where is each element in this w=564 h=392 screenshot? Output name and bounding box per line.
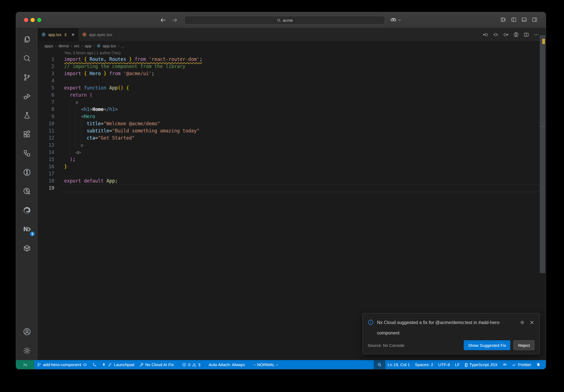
code-text: // importing the component from the libr…	[64, 63, 185, 70]
code-line-11: 11 subtitle="Build something amazing tod…	[38, 127, 538, 134]
line-number: 12	[38, 134, 54, 141]
scrollbar[interactable]	[540, 35, 545, 273]
close-window-button[interactable]	[24, 18, 28, 22]
status-remote-indicator[interactable]	[16, 360, 34, 369]
tab-label: app.spec.tsx	[89, 32, 112, 37]
status-label: Launchpad	[114, 362, 134, 367]
status-prettier[interactable]: Prettier	[509, 360, 534, 369]
breadcrumb-item-apps[interactable]: apps	[44, 43, 53, 48]
breadcrumb-item-...[interactable]: ...	[121, 43, 125, 48]
code-line-5: 5export function App() {	[38, 84, 538, 91]
status-encoding[interactable]: UTF-8	[436, 360, 452, 369]
notification-settings-gear-icon[interactable]	[520, 320, 525, 325]
activity-item-nx-console[interactable]: N1	[16, 220, 38, 239]
breadcrumb-item-app[interactable]: app	[85, 43, 91, 48]
activity-item-source-control[interactable]	[16, 68, 38, 87]
reject-button[interactable]: Reject	[513, 340, 535, 350]
status-label: Auto Attach: Always	[209, 362, 245, 367]
status-indentation[interactable]: Spaces: 2	[412, 360, 436, 369]
toggle-primary-sidebar-icon[interactable]	[511, 17, 517, 23]
status-auto-attach[interactable]: Auto Attach: Always	[206, 360, 248, 369]
activity-item-gitlens[interactable]	[16, 163, 38, 182]
split-editor-icon[interactable]	[524, 32, 529, 37]
activity-item-containers[interactable]	[16, 239, 38, 258]
toggle-panel-icon[interactable]	[521, 17, 527, 23]
status-commit-graph[interactable]	[90, 360, 99, 369]
status-language-mode[interactable]: {}TypeScript JSX	[462, 360, 500, 369]
code-line-1: 1import { Route, Routes } from 'react-ro…	[38, 56, 538, 63]
status-label: add-hero-component	[43, 362, 81, 367]
activity-item-settings[interactable]	[16, 341, 38, 360]
activity-item-edge-browser[interactable]	[16, 201, 38, 220]
code-text: subtitle="Build something amazing today"	[64, 127, 199, 134]
code-line-14: 14 ◁▷	[38, 149, 538, 156]
activity-item-references[interactable]	[16, 144, 38, 163]
activity-item-gitlens-inspect[interactable]	[16, 182, 38, 201]
status-label: -- NORMAL --	[253, 362, 278, 367]
warning-icon	[192, 363, 196, 367]
copilot-menu[interactable]	[390, 17, 402, 23]
customize-layout-icon[interactable]	[500, 17, 506, 23]
status-copilot-status[interactable]	[500, 360, 509, 369]
gitlens-file-annotations-icon[interactable]	[513, 32, 519, 37]
references-icon	[23, 149, 31, 157]
status-label: LF	[455, 362, 460, 367]
breadcrumb-item-app.tsx[interactable]: app.tsx	[103, 43, 116, 48]
search-icon	[23, 54, 31, 62]
tab-close-icon[interactable]: ✕	[71, 32, 75, 37]
zoom-window-button[interactable]	[37, 18, 41, 22]
tab-app.spec.tsx[interactable]: app.spec.tsx	[78, 28, 116, 41]
line-number: 4	[38, 77, 54, 84]
toggle-secondary-sidebar-icon[interactable]	[532, 17, 538, 23]
warning-overview-marker	[542, 39, 545, 44]
notification-toast: Nx Cloud suggested a fix for @acme/demo:…	[362, 313, 540, 354]
command-center[interactable]: acme	[185, 16, 385, 24]
vscode-window: acme N1	[16, 12, 546, 369]
status-notifications[interactable]	[534, 360, 543, 369]
activity-item-extensions[interactable]	[16, 125, 38, 144]
status-label: Spaces: 2	[415, 362, 433, 367]
status-vim-mode[interactable]: -- NORMAL --	[251, 360, 281, 369]
status-eol[interactable]: LF	[452, 360, 462, 369]
status-git-branch[interactable]: add-hero-component	[34, 360, 90, 369]
status-label: 0	[188, 362, 190, 367]
activity-item-accounts[interactable]	[16, 322, 38, 341]
copilot-icon	[503, 363, 507, 367]
breadcrumb-item-demo[interactable]: demo	[58, 43, 69, 48]
double-check-icon	[512, 363, 516, 367]
chevron-down-icon	[398, 18, 402, 22]
tab-app.tsx[interactable]: app.tsx3✕	[38, 28, 78, 41]
code-line-13: 13 ▷	[38, 141, 538, 149]
breadcrumb-item-src[interactable]: src	[74, 43, 79, 48]
code-line-8: 8 <h1>Home</h1>	[38, 106, 538, 113]
activity-item-explorer[interactable]	[16, 30, 38, 49]
status-launchpad[interactable]: Launchpad	[99, 360, 137, 369]
back-arrow-icon[interactable]	[160, 17, 166, 23]
activity-item-testing[interactable]	[16, 106, 38, 125]
status-nx-cloud-ai-fix[interactable]: Nx Cloud AI Fix	[137, 360, 176, 369]
more-actions-icon[interactable]	[534, 32, 539, 37]
svg-text:N: N	[23, 225, 28, 232]
open-changes-icon[interactable]	[493, 32, 498, 37]
activity-item-search[interactable]	[16, 49, 38, 68]
branch-icon	[37, 363, 41, 367]
status-cursor-position[interactable]: Ln 19, Col 1	[385, 360, 413, 369]
minimize-window-button[interactable]	[31, 18, 35, 22]
open-previous-change-icon[interactable]	[483, 32, 488, 37]
testing-icon	[23, 111, 31, 119]
line-number: 15	[38, 156, 54, 163]
code-line-10: 10 title="Welcmoe @acme/demo"	[38, 120, 538, 127]
status-problems[interactable]: 03	[180, 360, 203, 369]
status-label: Nx Cloud AI Fix	[145, 362, 174, 367]
rocket-icon	[102, 363, 106, 367]
status-label: TypeScript JSX	[469, 362, 498, 367]
status-label: Ln 19, Col 1	[388, 362, 410, 367]
show-suggested-fix-button[interactable]: Show Suggested Fix	[464, 340, 511, 350]
editor-group: app.tsx3✕app.spec.tsx apps›demo›src›app›…	[38, 28, 546, 360]
code-text: title="Welcmoe @acme/demo"	[64, 120, 160, 127]
status-zoom-out[interactable]	[374, 360, 385, 369]
forward-arrow-icon[interactable]	[171, 17, 178, 23]
close-icon[interactable]	[529, 320, 535, 325]
open-next-change-icon[interactable]	[503, 32, 509, 37]
activity-item-run-and-debug[interactable]	[16, 87, 38, 106]
